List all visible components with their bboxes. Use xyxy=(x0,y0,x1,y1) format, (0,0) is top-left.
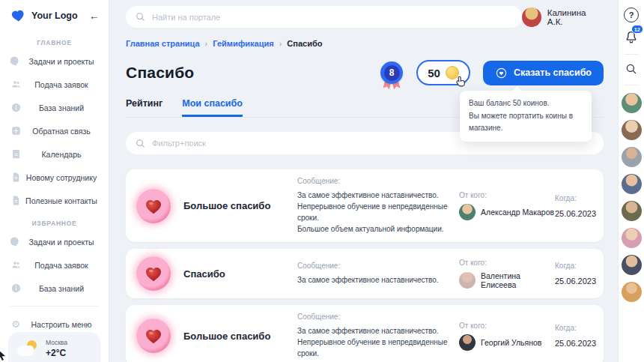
breadcrumb-home[interactable]: Главная страница xyxy=(126,39,200,48)
help-icon: ? xyxy=(624,7,639,22)
sidebar-fav-knowledge[interactable]: База знаний xyxy=(0,277,109,300)
sidebar-item-tasks[interactable]: Задачи и проекты xyxy=(0,49,109,73)
info-icon xyxy=(10,283,22,295)
thanks-title: Спасибо xyxy=(183,268,297,280)
sidebar-item-contacts[interactable]: Полезные контакты xyxy=(0,189,109,212)
mouse-cursor xyxy=(0,350,7,361)
chat-icon xyxy=(10,55,22,67)
heart-badge-icon xyxy=(136,189,171,223)
gear-icon: ⚙ xyxy=(10,319,22,331)
when-label: Когда: xyxy=(555,262,612,270)
page-title: Спасибо xyxy=(126,64,194,82)
weather-widget[interactable]: Москва +2°C xyxy=(8,332,100,362)
sender-avatar xyxy=(459,272,476,289)
tab-my-thanks[interactable]: Мои спасибо xyxy=(182,98,243,117)
contact-avatar[interactable] xyxy=(622,282,642,302)
sender-name: Валентина Елисеева xyxy=(481,271,555,289)
search-icon xyxy=(135,138,146,149)
when-label: Когда: xyxy=(555,194,612,202)
sidebar-item-feedback[interactable]: Обратная связь xyxy=(0,119,109,142)
notifications-button[interactable]: 12 xyxy=(624,30,639,45)
thanks-date: 25.06.2023 xyxy=(555,209,612,218)
thanks-date: 25.06.2023 xyxy=(555,339,612,348)
award-count: 8 xyxy=(384,65,400,81)
breadcrumb-separator: › xyxy=(205,39,208,48)
contact-avatar[interactable] xyxy=(622,255,642,275)
document-icon xyxy=(10,195,22,207)
info-icon xyxy=(10,102,22,114)
sidebar-item-newcomer[interactable]: Новому сотруднику xyxy=(0,166,109,189)
rail-divider xyxy=(625,85,639,85)
breadcrumb-separator: › xyxy=(279,39,282,48)
notification-count-badge: 12 xyxy=(631,25,643,34)
tooltip-line-1: Ваш баланс 50 коинов. xyxy=(469,97,583,110)
coin-balance-pill[interactable]: 50 xyxy=(416,60,470,85)
weather-city: Москва xyxy=(46,339,67,346)
sun-cloud-icon xyxy=(17,340,38,357)
from-label: От кого: xyxy=(459,322,555,330)
contact-avatar[interactable] xyxy=(622,147,642,167)
user-avatar xyxy=(522,7,541,27)
rail-divider xyxy=(625,54,639,55)
thanks-card[interactable]: Большое спасибо Сообщение: За самое эффе… xyxy=(126,169,604,242)
app-screen: Your Logo ← ГЛАВНОЕ Задачи и проекты Под… xyxy=(0,0,644,362)
search-icon xyxy=(625,62,638,76)
message-label: Сообщение: xyxy=(297,313,453,321)
portal-search-input[interactable] xyxy=(152,13,513,22)
sidebar-item-knowledge[interactable]: База знаний xyxy=(0,96,109,119)
sender-name: Александр Макаров xyxy=(481,208,554,217)
rail-search-button[interactable] xyxy=(625,62,638,76)
tab-rating[interactable]: Рейтинг xyxy=(126,98,162,117)
thanks-list: Большое спасибо Сообщение: За самое эффе… xyxy=(126,169,604,362)
sidebar-divider xyxy=(10,306,98,307)
message-text: За самое эффективное наставничество. Неп… xyxy=(297,190,453,235)
sidebar-item-calendar[interactable]: Календарь xyxy=(0,142,109,166)
people-icon xyxy=(10,259,22,271)
thanks-card[interactable]: Большое спасибо Сообщение: За самое эффе… xyxy=(126,305,604,362)
sender-avatar xyxy=(459,334,476,351)
document-icon xyxy=(10,172,22,184)
portal-search xyxy=(126,6,522,28)
user-menu[interactable]: Калинина А.К. xyxy=(522,7,604,27)
award-badge[interactable]: 8 xyxy=(380,61,403,84)
search-icon xyxy=(135,11,146,22)
contact-avatar[interactable] xyxy=(622,201,642,221)
from-label: От кого: xyxy=(459,191,555,199)
help-button[interactable]: ? xyxy=(624,7,639,22)
weather-temp: +2°C xyxy=(46,348,67,358)
breadcrumb-current: Спасибо xyxy=(287,39,322,48)
coin-balance: 50 xyxy=(428,67,440,79)
contact-avatar[interactable] xyxy=(622,174,642,194)
user-name: Калинина А.К. xyxy=(547,8,604,26)
when-label: Когда: xyxy=(555,324,612,332)
chat-icon xyxy=(10,236,22,248)
heart-badge-icon xyxy=(136,256,171,291)
message-label: Сообщение: xyxy=(297,262,453,270)
sender-avatar xyxy=(459,204,476,220)
sidebar-item-requests[interactable]: Подача заявок xyxy=(0,73,109,96)
thanks-title: Большое спасибо xyxy=(183,200,297,211)
sidebar-fav-tasks[interactable]: Задачи и проекты xyxy=(0,230,109,253)
contact-avatar[interactable] xyxy=(622,120,642,140)
balance-tooltip: Ваш баланс 50 коинов. Вы можете портатит… xyxy=(460,91,592,142)
people-icon xyxy=(10,79,22,91)
message-text: За самое эффективное наставничество. xyxy=(297,274,453,286)
heart-logo-icon xyxy=(10,9,25,22)
collapse-sidebar-icon[interactable]: ← xyxy=(89,10,100,22)
logo-row: Your Logo ← xyxy=(0,0,109,31)
right-rail: ? 12 xyxy=(618,0,644,362)
say-thanks-button[interactable]: Сказать спасибо xyxy=(483,61,604,85)
contact-avatar[interactable] xyxy=(622,93,642,113)
hand-cursor-icon xyxy=(456,76,467,88)
message-text: За самое эффективное наставничество. Неп… xyxy=(297,325,453,359)
sender-name: Георгий Ульянов xyxy=(481,338,541,347)
plus-square-icon xyxy=(10,125,22,137)
breadcrumb-gamification[interactable]: Геймификация xyxy=(213,39,273,48)
tooltip-line-2: Вы можете портатить коины в магазине. xyxy=(469,110,583,135)
contact-avatar[interactable] xyxy=(622,228,642,248)
breadcrumb: Главная страница › Геймификация › Спасиб… xyxy=(126,39,604,48)
heart-badge-icon xyxy=(136,319,171,353)
thanks-card[interactable]: Спасибо Сообщение: За самое эффективное … xyxy=(126,249,604,298)
sidebar-fav-requests[interactable]: Подача заявок xyxy=(0,253,109,277)
thanks-title: Большое спасибо xyxy=(183,331,297,342)
